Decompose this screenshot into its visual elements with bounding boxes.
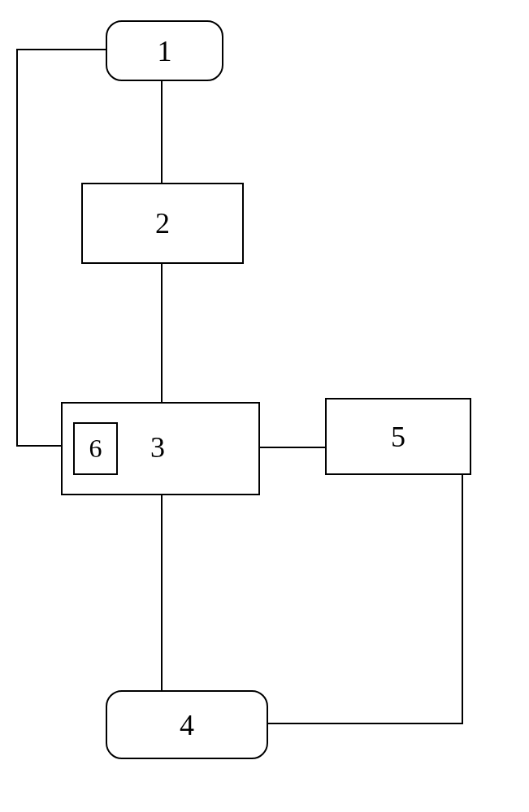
node-2: 2 bbox=[81, 183, 244, 264]
connector-3-5 bbox=[260, 447, 325, 448]
node-3-label: 3 bbox=[150, 430, 165, 464]
connector-1-3-horizontal-top bbox=[16, 49, 106, 50]
connector-1-2 bbox=[161, 81, 163, 183]
connector-2-3 bbox=[161, 264, 163, 402]
node-4-label: 4 bbox=[180, 708, 194, 742]
connector-4-5-vertical bbox=[462, 475, 463, 724]
connector-3-4 bbox=[161, 495, 163, 690]
node-2-label: 2 bbox=[155, 206, 170, 240]
block-diagram: 1 2 3 6 4 5 bbox=[0, 0, 529, 812]
connector-1-3-horizontal-bottom bbox=[16, 445, 61, 447]
node-1: 1 bbox=[106, 20, 223, 81]
node-4: 4 bbox=[106, 690, 268, 759]
connector-1-3-vertical bbox=[16, 49, 18, 447]
node-6: 6 bbox=[73, 422, 118, 475]
node-1-label: 1 bbox=[158, 34, 172, 68]
node-5: 5 bbox=[325, 398, 471, 475]
connector-4-5-horizontal bbox=[268, 723, 463, 724]
node-6-label: 6 bbox=[89, 434, 102, 464]
node-5-label: 5 bbox=[391, 420, 405, 454]
